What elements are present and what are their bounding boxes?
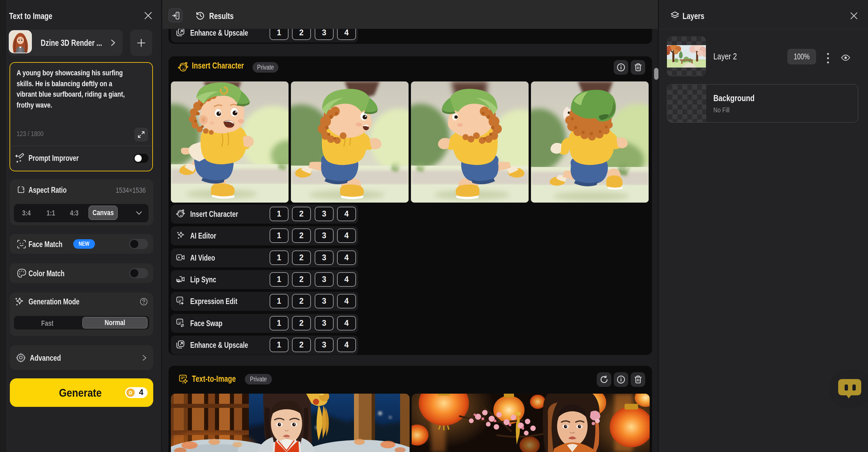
svg-text:D: D xyxy=(129,390,132,395)
